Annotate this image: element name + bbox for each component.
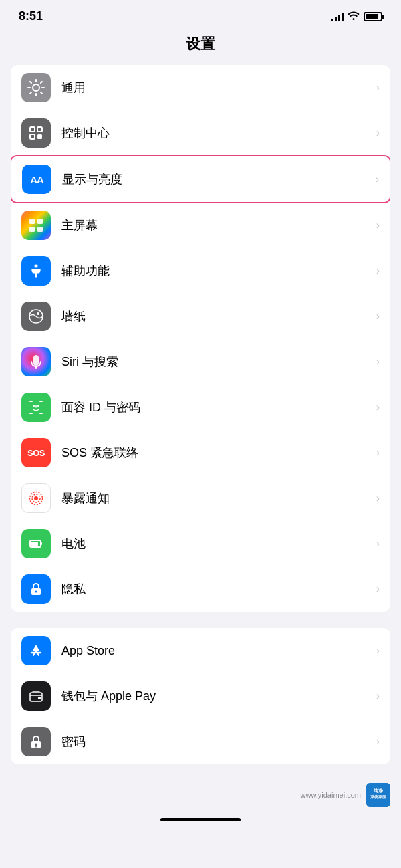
siri-icon [21, 347, 51, 376]
svg-text:纯净: 纯净 [374, 788, 384, 793]
svg-rect-11 [29, 401, 33, 402]
status-icons [331, 11, 382, 22]
svg-point-16 [37, 405, 39, 407]
sos-label: SOS 紧急联络 [61, 445, 376, 461]
battery-status-icon [364, 12, 382, 21]
settings-item-wallpaper[interactable]: 墙纸 › [11, 294, 390, 339]
status-bar: 8:51 [0, 0, 401, 29]
sos-icon: SOS [21, 438, 51, 467]
svg-point-8 [35, 265, 38, 268]
settings-item-sos[interactable]: SOS SOS 紧急联络 › [11, 430, 390, 475]
privacy-icon [21, 574, 51, 604]
svg-rect-0 [30, 127, 35, 132]
chevron-icon: › [376, 492, 380, 504]
page-title: 设置 [0, 29, 401, 65]
chevron-icon: › [376, 736, 380, 748]
chevron-icon: › [376, 401, 380, 413]
accessibility-label: 辅助功能 [61, 263, 376, 279]
settings-item-general[interactable]: 通用 › [11, 65, 390, 110]
siri-label: Siri 与搜索 [61, 354, 376, 370]
battery-label: 电池 [61, 536, 376, 552]
wallpaper-label: 墙纸 [61, 308, 376, 324]
home-indicator [0, 812, 401, 829]
watermark-logo: 纯净 系统家园 [366, 783, 390, 807]
svg-rect-5 [37, 219, 43, 224]
watermark-text: www.yidaimei.com [301, 791, 361, 799]
svg-rect-22 [41, 542, 42, 545]
settings-item-display[interactable]: AA 显示与亮度 › [11, 155, 390, 203]
svg-rect-23 [31, 542, 38, 546]
svg-point-15 [33, 405, 35, 407]
chevron-icon: › [376, 127, 380, 139]
svg-rect-3 [37, 134, 42, 139]
svg-point-9 [37, 312, 39, 315]
settings-item-battery[interactable]: 电池 › [11, 521, 390, 566]
exposure-label: 暴露通知 [61, 490, 376, 506]
chevron-icon: › [376, 645, 380, 657]
chevron-icon: › [376, 173, 379, 185]
wallpaper-icon [21, 302, 51, 331]
general-icon [21, 73, 51, 102]
password-icon [21, 727, 51, 756]
exposure-icon [21, 483, 51, 513]
svg-rect-26 [30, 693, 42, 701]
svg-rect-4 [29, 219, 35, 224]
chevron-icon: › [376, 690, 380, 702]
general-label: 通用 [61, 80, 376, 96]
svg-point-25 [35, 591, 37, 593]
settings-item-control-center[interactable]: 控制中心 › [11, 110, 390, 156]
svg-rect-6 [29, 227, 35, 232]
chevron-icon: › [376, 583, 380, 595]
privacy-label: 隐私 [61, 581, 376, 597]
settings-item-appstore[interactable]: App Store › [11, 628, 390, 673]
settings-item-wallet[interactable]: 钱包与 Apple Pay › [11, 673, 390, 719]
svg-rect-7 [37, 227, 43, 232]
home-bar [160, 818, 241, 821]
chevron-icon: › [376, 219, 380, 231]
home-screen-label: 主屏幕 [61, 217, 376, 233]
wallet-label: 钱包与 Apple Pay [61, 688, 376, 704]
wallet-icon [21, 681, 51, 711]
display-icon: AA [22, 165, 51, 194]
settings-item-siri[interactable]: Siri 与搜索 › [11, 339, 390, 385]
wifi-icon [348, 11, 360, 22]
faceid-label: 面容 ID 与密码 [61, 399, 376, 415]
appstore-icon [21, 636, 51, 665]
password-label: 密码 [61, 734, 376, 750]
svg-text:系统家园: 系统家园 [370, 794, 386, 799]
svg-rect-27 [38, 697, 41, 699]
svg-rect-14 [39, 413, 43, 414]
svg-rect-1 [37, 127, 42, 132]
svg-point-18 [34, 496, 38, 500]
settings-item-home-screen[interactable]: 主屏幕 › [11, 203, 390, 248]
settings-group-1: 通用 › 控制中心 › AA 显示与亮度 › [11, 65, 390, 612]
faceid-icon [21, 393, 51, 422]
chevron-icon: › [376, 265, 380, 277]
display-label: 显示与亮度 [62, 171, 376, 187]
signal-icon [331, 12, 344, 21]
home-screen-icon [21, 211, 51, 240]
status-time: 8:51 [19, 9, 43, 23]
settings-item-faceid[interactable]: 面容 ID 与密码 › [11, 385, 390, 430]
svg-rect-2 [30, 134, 35, 139]
chevron-icon: › [376, 538, 380, 550]
chevron-icon: › [376, 356, 380, 368]
svg-rect-13 [29, 413, 33, 414]
chevron-icon: › [376, 82, 380, 94]
svg-rect-12 [39, 401, 43, 402]
settings-item-exposure[interactable]: 暴露通知 › [11, 475, 390, 521]
control-center-label: 控制中心 [61, 125, 376, 141]
settings-item-password[interactable]: 密码 › [11, 719, 390, 764]
chevron-icon: › [376, 447, 380, 459]
settings-item-privacy[interactable]: 隐私 › [11, 566, 390, 612]
appstore-label: App Store [61, 644, 376, 658]
chevron-icon: › [376, 310, 380, 322]
control-center-icon [21, 118, 51, 148]
accessibility-icon [21, 256, 51, 286]
battery-icon [21, 529, 51, 558]
watermark: www.yidaimei.com 纯净 系统家园 [0, 780, 401, 812]
settings-group-2: App Store › 钱包与 Apple Pay › 密码 › [11, 628, 390, 764]
settings-item-accessibility[interactable]: 辅助功能 › [11, 248, 390, 294]
